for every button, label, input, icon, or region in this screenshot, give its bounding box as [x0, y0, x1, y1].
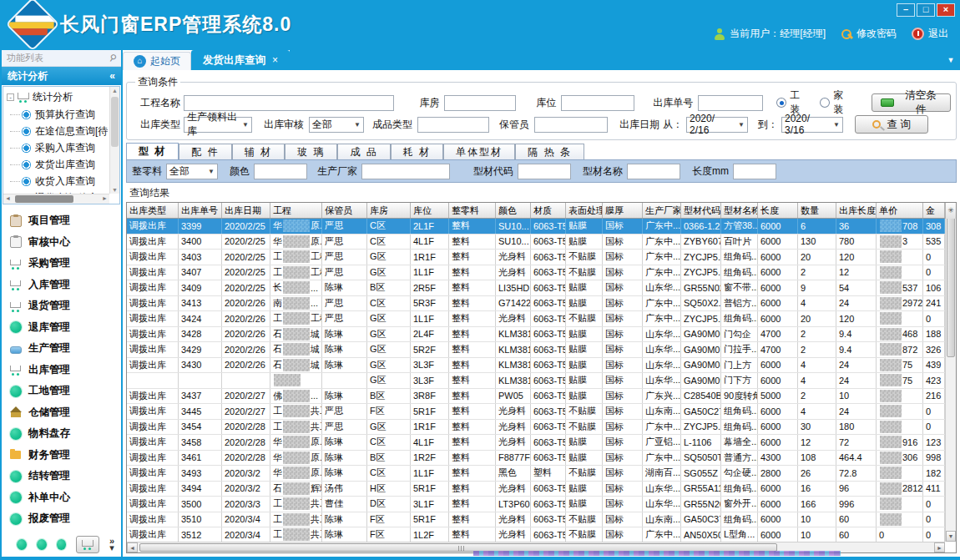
tree-root[interactable]: - 统计分析 — [3, 88, 109, 106]
column-header-生产厂家[interactable]: 生产厂家 — [643, 203, 681, 218]
logout-button[interactable]: 退出 — [912, 27, 948, 41]
table-row[interactable]: 调拨出库34612020/2/28华原...陈琳B区1R2F整料F8877FT6… — [127, 451, 945, 467]
order-no-input[interactable] — [698, 95, 763, 111]
scrollbar-thumb[interactable] — [947, 215, 955, 357]
sidebar-item-退货管理[interactable]: 退货管理 — [10, 295, 121, 317]
table-row[interactable]: 调拨出库34582020/2/28华原...陈琳C区4L1F整料光身料6063-… — [127, 435, 945, 451]
column-header-颜色[interactable]: 颜色 — [496, 203, 531, 218]
pin-icon[interactable]: ⚲ — [107, 52, 119, 64]
sidebar-item-入库管理[interactable]: 入库管理 — [10, 275, 121, 296]
table-row[interactable]: G区3L3F整料KLM38176063-T5贴膜国标山东华...GA90M09.… — [127, 373, 945, 389]
table-row[interactable]: 调拨出库34072020/2/25工工程严思G区1L1F整料光身料6063-T5… — [127, 265, 945, 281]
close-button[interactable]: × — [937, 3, 955, 17]
name-input[interactable] — [627, 164, 680, 179]
sidebar-item-工地管理[interactable]: 工地管理 — [10, 381, 121, 402]
table-row[interactable]: 调拨出库35002020/3/3工共工程曹佳D区3L1F整料LT3P606063… — [127, 497, 945, 512]
length-input[interactable] — [733, 164, 776, 179]
scroll-right-icon[interactable]: ► — [934, 542, 945, 552]
scroll-down-icon[interactable]: ▼ — [946, 531, 956, 542]
warehouse-input[interactable] — [444, 95, 516, 111]
table-row[interactable]: 调拨出库33992020/2/25华原...严思C区2L1F整料SU10...6… — [127, 219, 945, 235]
product-type-input[interactable] — [417, 117, 489, 133]
subtab-耗材[interactable]: 耗 材 — [391, 144, 443, 159]
scroll-left-icon[interactable]: ◄ — [127, 542, 138, 552]
scroll-down-icon[interactable]: ▼ — [110, 187, 119, 193]
audit-select[interactable]: 全部▼ — [309, 117, 364, 133]
sidebar-section-header[interactable]: 统计分析 « — [2, 67, 121, 85]
column-header-保管员[interactable]: 保管员 — [322, 203, 367, 218]
change-password-button[interactable]: 修改密码 — [841, 27, 897, 41]
project-name-input[interactable] — [184, 95, 394, 111]
tree-item[interactable]: 发货出库查询 — [3, 156, 109, 173]
table-row[interactable]: 调拨出库34302020/2/26石城陈琳G区3L3F整料KLM38176063… — [127, 358, 945, 374]
scroll-left-icon[interactable]: ◄ — [5, 195, 11, 201]
grid-vertical-scrollbar[interactable]: ▲ ▼ — [945, 203, 956, 542]
sidebar-item-补单中心[interactable]: 补单中心 — [10, 487, 121, 509]
table-row[interactable]: 调拨出库34942020/3/2石辉城汤伟H区5R1F整料光身料6063-T5贴… — [127, 482, 945, 497]
table-row[interactable]: 调拨出库34542020/2/28工共工程严思G区1R1F整料光身料6063-T… — [127, 420, 945, 436]
sidebar-item-结转管理[interactable]: 结转管理 — [10, 466, 121, 487]
cart-toolbar-button[interactable] — [76, 536, 99, 553]
tree-item[interactable]: 收货入库查询 — [3, 173, 109, 189]
maximize-button[interactable]: □ — [917, 3, 935, 17]
column-header-膜厚[interactable]: 膜厚 — [603, 203, 643, 218]
sidebar-item-物料盘存[interactable]: 物料盘存 — [10, 423, 121, 445]
tab-list-dropdown-icon[interactable]: ▼ — [942, 50, 960, 70]
column-header-长度[interactable]: 长度 — [758, 203, 798, 218]
column-header-金[interactable]: 金 — [923, 203, 945, 218]
search-button[interactable]: 查 询 — [855, 115, 928, 134]
column-header-工程[interactable]: 工程 — [270, 203, 322, 218]
sidebar-item-仓储管理[interactable]: 仓储管理 — [10, 402, 121, 424]
sidebar-item-退库管理[interactable]: 退库管理 — [10, 317, 121, 339]
code-input[interactable] — [518, 164, 571, 179]
table-row[interactable]: 调拨出库34242020/2/26工工程严思G区1L1F整料光身料6063-T5… — [127, 311, 945, 327]
overflow-chevron[interactable]: »▾ — [109, 537, 114, 551]
subtab-配件[interactable]: 配 件 — [179, 144, 231, 159]
subtab-型材[interactable]: 型 材 — [126, 143, 179, 159]
sidebar-item-出库管理[interactable]: 出库管理 — [10, 360, 121, 381]
table-row[interactable]: 调拨出库34452020/2/27工共工程严思F区5R1F整料光身料6063-T… — [127, 404, 945, 420]
date-to-select[interactable]: 2020/ 3/16▼ — [781, 117, 843, 133]
column-chooser-icon[interactable]: ✳ — [945, 203, 956, 219]
keeper-input[interactable] — [534, 117, 608, 133]
scroll-up-icon[interactable]: ▲ — [110, 88, 119, 93]
module-dot-icon[interactable] — [37, 539, 47, 550]
minimize-button[interactable]: – — [897, 3, 915, 17]
table-row[interactable]: 调拨出库35122020/3/4工共工程陈琳F区1L2F整料光身料6063-T5… — [127, 527, 945, 543]
tree-item[interactable]: 在途信息查询[待 — [3, 123, 109, 139]
tree-horizontal-scrollbar[interactable]: ◄ ► — [3, 194, 109, 204]
scroll-right-icon[interactable]: ► — [102, 195, 108, 201]
column-header-库位[interactable]: 库位 — [411, 203, 449, 218]
column-header-单价[interactable]: 单价 — [877, 203, 923, 218]
tab-close-icon[interactable]: × — [272, 54, 278, 66]
sidebar-item-报废管理[interactable]: 报废管理 — [10, 508, 121, 530]
column-header-出库类型[interactable]: 出库类型 — [127, 203, 179, 218]
whole-select[interactable]: 全部▼ — [166, 164, 218, 179]
column-header-型材名称[interactable]: 型材名称 — [721, 203, 758, 218]
tab-home[interactable]: ⌂ 起始页 — [123, 52, 191, 70]
table-row[interactable]: 调拨出库34092020/2/25长...陈琳B区2R5F整料LI35HD606… — [127, 280, 945, 296]
tree-item[interactable]: 预算执行查询 — [3, 106, 109, 123]
column-header-出库单号[interactable]: 出库单号 — [179, 203, 222, 218]
column-header-表面处理[interactable]: 表面处理 — [566, 203, 603, 218]
tree-item[interactable]: 采购入库查询 — [3, 139, 109, 156]
location-input[interactable] — [561, 95, 634, 111]
color-input[interactable] — [254, 164, 307, 179]
table-row[interactable]: 调拨出库34932020/3/2华原...陈琳C区1L1F整料黑色塑料不贴膜国标… — [127, 466, 945, 482]
subtab-辅材[interactable]: 辅 材 — [232, 144, 285, 159]
date-from-select[interactable]: 2020/ 2/16▼ — [686, 117, 748, 133]
column-header-材质[interactable]: 材质 — [531, 203, 566, 218]
column-header-库房[interactable]: 库房 — [367, 203, 411, 218]
sidebar-item-采购管理[interactable]: 采购管理 — [10, 253, 121, 275]
clear-conditions-button[interactable]: 清空条件 — [872, 93, 951, 112]
table-row[interactable]: 调拨出库35102020/3/4工共工程陈琳F区5R1F整料光身料6063-T5… — [127, 512, 945, 528]
sidebar-item-审核中心[interactable]: 审核中心 — [10, 232, 121, 254]
maker-input[interactable] — [361, 164, 450, 179]
subtab-成品[interactable]: 成 品 — [337, 144, 390, 159]
table-row[interactable]: 调拨出库34292020/2/26石城陈琳G区5R2F整料KLM38176063… — [127, 342, 945, 358]
table-row[interactable]: 调拨出库34132020/2/26南...严思C区5R3F整料G71422606… — [127, 296, 945, 312]
table-row[interactable]: 调拨出库34032020/2/25工工程严思G区1R1F整料光身料6063-T5… — [127, 250, 945, 265]
collapse-icon[interactable]: « — [109, 70, 115, 82]
column-header-出库长度[interactable]: 出库长度 — [836, 203, 877, 218]
table-row[interactable]: 调拨出库34282020/2/26石城陈琳G区2L4F整料KLM38176063… — [127, 327, 945, 343]
